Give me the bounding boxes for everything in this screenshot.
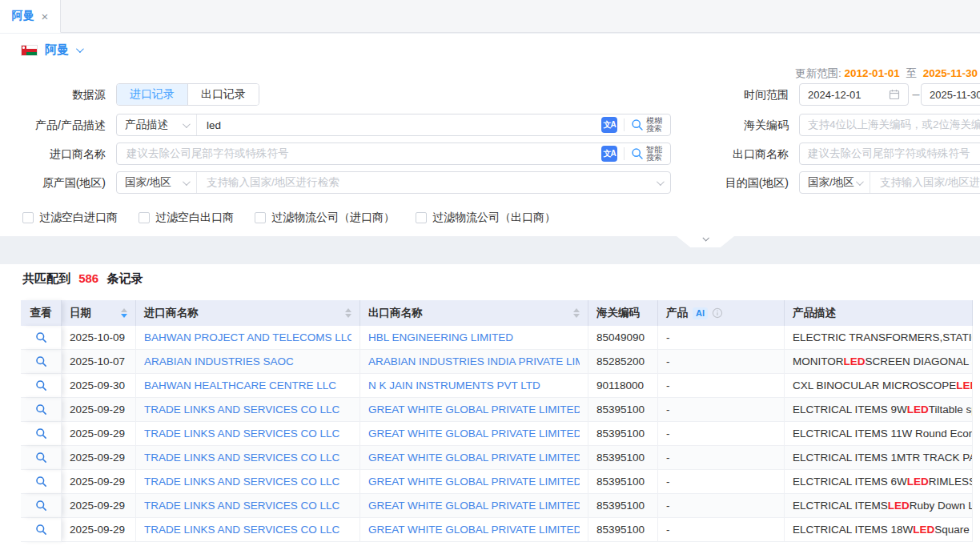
destination-label: 目的国(地区) [685, 171, 789, 194]
view-search-icon [35, 428, 47, 440]
country-selector[interactable]: 阿曼 [21, 42, 82, 58]
checkbox-filter-blank-exporter[interactable]: 过滤空白出口商 [139, 211, 234, 225]
product-search-value: led [207, 119, 221, 131]
destination-country-input[interactable]: 支持输入国家/地区进行检索 [870, 175, 980, 190]
tab-export-records[interactable]: 出口记录 [187, 84, 259, 105]
date-cell: 2025-09-29 [62, 446, 136, 470]
exporter-link[interactable]: GREAT WHITE GLOBAL PRIVATE LIMITED [368, 428, 580, 440]
date-start-input[interactable]: 2024-12-01 [799, 83, 909, 106]
calendar-icon [889, 89, 900, 100]
app-window: 阿曼 × 阿曼 更新范围: 2012-01-01 至 2025-11-30 数据… [0, 0, 980, 546]
origin-placeholder: 支持输入国家/地区进行检索 [207, 176, 339, 188]
collapse-panel-button[interactable] [677, 236, 734, 247]
table-row: 2025-09-29TRADE LINKS AND SERVICES CO LL… [21, 398, 973, 422]
view-record-button[interactable] [21, 326, 62, 350]
hs-code-cell: 85395100 [588, 398, 658, 422]
table-row: 2025-09-29TRADE LINKS AND SERVICES CO LL… [21, 446, 973, 470]
highlight-led: LED [907, 476, 929, 488]
exporter-link[interactable]: GREAT WHITE GLOBAL PRIVATE LIMITED [368, 476, 580, 488]
sort-date[interactable] [116, 308, 127, 318]
view-record-button[interactable] [21, 446, 62, 470]
exporter-link[interactable]: GREAT WHITE GLOBAL PRIVATE LIMITED [368, 403, 580, 416]
date-cell: 2025-09-29 [62, 398, 136, 422]
form-row-4: 原产国(地区) 国家/地区 支持输入国家/地区进行检索 目的国(地区) 国家/地… [0, 171, 980, 194]
exporter-link[interactable]: GREAT WHITE GLOBAL PRIVATE LIMITED [368, 452, 580, 464]
product-cell: - [658, 422, 785, 446]
highlight-led: LED [888, 500, 910, 512]
hs-code-input[interactable]: 支持4位以上海关编码，或2位海关编码加 [799, 114, 980, 136]
sort-exporter[interactable] [568, 308, 580, 318]
update-range-end: 2025-11-30 [923, 67, 978, 79]
view-record-button[interactable] [21, 494, 62, 518]
importer-link[interactable]: TRADE LINKS AND SERVICES CO LLC [144, 476, 339, 488]
header-importer[interactable]: 进口商名称 [136, 300, 360, 326]
checkbox-filter-logistics-importer[interactable]: 过滤物流公司（进口商） [255, 211, 395, 225]
exporter-link[interactable]: N K JAIN INSTRUMENTS PVT LTD [368, 379, 540, 391]
view-record-button[interactable] [21, 422, 62, 446]
exporter-link[interactable]: GREAT WHITE GLOBAL PRIVATE LIMITED [368, 524, 580, 536]
view-record-button[interactable] [21, 470, 62, 494]
view-search-icon [35, 452, 47, 464]
update-range: 更新范围: 2012-01-01 至 2025-11-30 [795, 66, 978, 81]
ai-badge: AI [693, 307, 708, 319]
panel-gap [0, 236, 980, 264]
exporter-link[interactable]: HBL ENGINEERING LIMITED [368, 331, 513, 343]
table-row: 2025-10-09BAHWAN PROJECT AND TELECOMS LL… [21, 326, 973, 350]
importer-link[interactable]: TRADE LINKS AND SERVICES CO LLC [144, 500, 339, 512]
date-end-input[interactable]: 2025-11-30 [921, 83, 980, 106]
info-icon[interactable] [712, 307, 723, 319]
importer-link[interactable]: BAHWAN PROJECT AND TELECOMS LLC [144, 331, 351, 343]
importer-link[interactable]: BAHWAN HEALTHCARE CENTRE LLC [144, 379, 336, 391]
exporter-input[interactable]: 建议去除公司尾部字符或特殊符号 [799, 143, 980, 165]
checkbox-filter-logistics-exporter[interactable]: 过滤物流公司（出口商） [416, 211, 556, 225]
translate-icon[interactable]: 文A [601, 146, 617, 162]
update-range-to: 至 [906, 67, 917, 79]
exporter-placeholder: 建议去除公司尾部字符或特殊符号 [808, 147, 970, 161]
view-record-button[interactable] [21, 518, 62, 542]
hs-code-cell: 85395100 [588, 470, 658, 494]
fuzzy-search-button[interactable]: 模糊搜索 [631, 117, 662, 133]
origin-country-input[interactable]: 支持输入国家/地区进行检索 [197, 175, 657, 190]
destination-type-select[interactable]: 国家/地区 [800, 172, 870, 193]
exporter-link[interactable]: ARABIAN INDUSTRIES INDIA PRIVATE LIMIT..… [368, 355, 580, 367]
origin-label: 原产国(地区) [0, 171, 106, 194]
close-icon[interactable]: × [42, 10, 49, 22]
product-cell: - [658, 374, 785, 398]
results-summary: 共匹配到 586 条记录 [22, 271, 143, 287]
chevron-down-icon [657, 178, 665, 186]
checkbox-icon [22, 212, 34, 223]
product-type-select[interactable]: 产品描述 [117, 114, 197, 135]
view-record-button[interactable] [21, 374, 62, 398]
product-search-input[interactable]: led [197, 119, 601, 131]
exporter-link[interactable]: GREAT WHITE GLOBAL PRIVATE LIMITED [368, 500, 580, 512]
view-record-button[interactable] [21, 350, 62, 374]
view-record-button[interactable] [21, 398, 62, 422]
header-product: 产品 AI [658, 300, 785, 326]
tab-import-records[interactable]: 进口记录 [117, 84, 187, 105]
highlight-led: LED [956, 379, 973, 391]
header-exporter[interactable]: 出口商名称 [360, 300, 588, 326]
description-cell: ELCTRICAL ITEMS 11W Round Econo... [785, 422, 973, 446]
description-cell: ELCTRICAL ITEMS 1MTR TRACK PATT... [785, 446, 973, 470]
summary-prefix: 共匹配到 [22, 271, 70, 285]
smart-search-button[interactable]: 智能搜索 [631, 146, 662, 162]
importer-link[interactable]: TRADE LINKS AND SERVICES CO LLC [144, 524, 339, 536]
importer-link[interactable]: TRADE LINKS AND SERVICES CO LLC [144, 403, 339, 416]
origin-type-select[interactable]: 国家/地区 [117, 172, 197, 193]
header-date[interactable]: 日期 [62, 300, 136, 326]
date-cell: 2025-09-29 [62, 470, 136, 494]
hs-code-cell: 85395100 [588, 518, 658, 542]
checkbox-filter-blank-importer[interactable]: 过滤空白进口商 [22, 211, 118, 225]
importer-input[interactable]: 建议去除公司尾部字符或特殊符号 [117, 147, 601, 161]
importer-link[interactable]: TRADE LINKS AND SERVICES CO LLC [144, 428, 339, 440]
translate-icon[interactable]: 文A [601, 117, 617, 133]
view-search-icon [35, 524, 47, 536]
sort-importer[interactable] [340, 308, 351, 318]
importer-link[interactable]: ARABIAN INDUSTRIES SAOC [144, 355, 294, 367]
importer-link[interactable]: TRADE LINKS AND SERVICES CO LLC [144, 452, 339, 464]
hs-code-placeholder: 支持4位以上海关编码，或2位海关编码加 [808, 118, 980, 132]
data-source-label: 数据源 [0, 83, 106, 106]
divider [624, 118, 625, 131]
tab-oman[interactable]: 阿曼 × [0, 0, 61, 33]
description-cell: ELCTRICAL ITEMS 6W LED RIMLESS ... [785, 470, 973, 494]
